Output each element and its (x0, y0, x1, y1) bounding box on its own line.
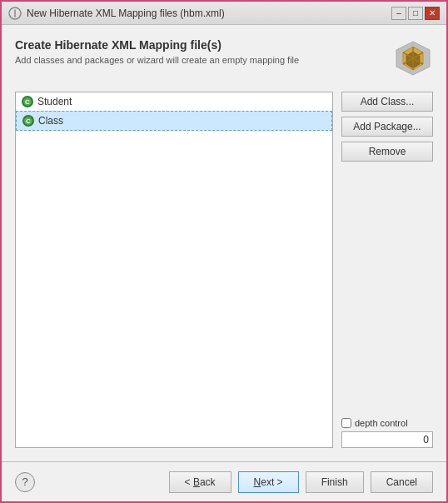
footer: ? < Back Next > Finish Cancel (2, 461, 446, 501)
footer-buttons: < Back Next > Finish Cancel (169, 471, 433, 493)
content-area: Create Hibernate XML Mapping file(s) Add… (2, 25, 446, 461)
header-text: Create Hibernate XML Mapping file(s) Add… (15, 38, 385, 65)
class-list[interactable]: C Student C Class (15, 92, 333, 448)
window-controls: – □ ✕ (391, 7, 440, 20)
title-bar: New Hibernate XML Mapping files (hbm.xml… (2, 2, 446, 25)
remove-button[interactable]: Remove (341, 142, 433, 162)
minimize-button[interactable]: – (391, 7, 406, 20)
maximize-button[interactable]: □ (408, 7, 423, 20)
student-icon: C (21, 95, 34, 108)
window-icon (8, 7, 22, 20)
depth-control-row: depth control (341, 418, 433, 428)
depth-input[interactable]: 0 (341, 431, 433, 448)
depth-label: depth control (355, 418, 408, 428)
student-label: Student (37, 96, 72, 107)
list-item[interactable]: C Class (16, 111, 332, 131)
header-title: Create Hibernate XML Mapping file(s) (15, 38, 385, 52)
next-button[interactable]: Next > (238, 471, 299, 493)
depth-checkbox[interactable] (341, 418, 351, 428)
right-panel: Add Class... Add Package... Remove depth… (341, 92, 433, 448)
back-button[interactable]: < Back (169, 471, 231, 493)
cancel-button[interactable]: Cancel (371, 471, 433, 493)
header-section: Create Hibernate XML Mapping file(s) Add… (15, 38, 433, 78)
hibernate-logo (393, 38, 433, 78)
window-title: New Hibernate XML Mapping files (hbm.xml… (27, 7, 391, 19)
list-item[interactable]: C Student (16, 92, 332, 111)
main-window: New Hibernate XML Mapping files (hbm.xml… (0, 0, 448, 503)
close-button[interactable]: ✕ (425, 7, 440, 20)
class-label: Class (38, 115, 63, 127)
main-section: C Student C Class Add Class... Add Packa… (15, 92, 433, 448)
depth-section: depth control 0 (341, 418, 433, 448)
finish-button[interactable]: Finish (306, 471, 364, 493)
help-button[interactable]: ? (15, 472, 35, 492)
add-class-button[interactable]: Add Class... (341, 92, 433, 112)
add-package-button[interactable]: Add Package... (341, 117, 433, 137)
class-icon: C (22, 114, 35, 127)
header-subtitle: Add classes and packages or wizard will … (15, 55, 385, 65)
